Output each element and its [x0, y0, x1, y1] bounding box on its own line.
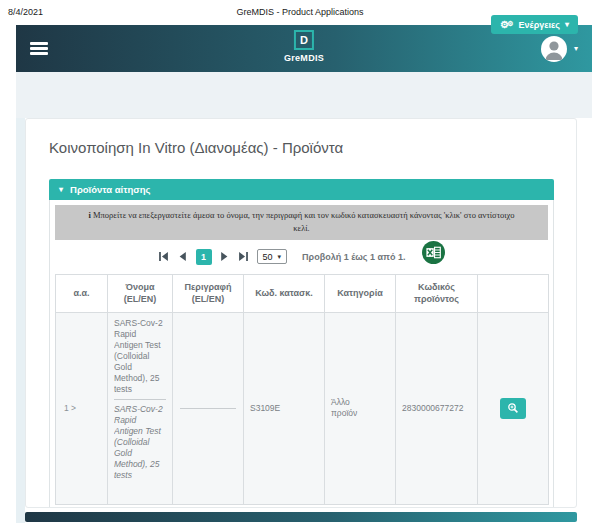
col-header-name: Όνομα (EL/EN) [108, 274, 173, 312]
app-footer-bar [25, 512, 577, 522]
row-index-cell[interactable]: 1 > [56, 312, 108, 504]
next-page-button[interactable] [219, 251, 231, 263]
page-size-value: 50 [263, 252, 273, 262]
select-chevron-down-icon: ▾ [278, 253, 282, 261]
col-header-index: α.α. [56, 274, 108, 312]
name-el-text: SARS-Cov-2 Rapid Antigen Test (Colloidal… [114, 318, 166, 395]
next-page-icon [219, 251, 230, 262]
user-menu-button[interactable]: ▾ [541, 36, 578, 62]
col-header-description: Περιγραφή (EL/EN) [173, 274, 244, 312]
panel-body: i Μπορείτε να επεξεργαστείτε άμεσα το όν… [49, 200, 554, 508]
description-cell[interactable] [173, 312, 244, 504]
col-header-actions [478, 274, 549, 312]
first-page-button[interactable] [158, 251, 170, 263]
excel-icon [422, 241, 445, 264]
row-actions-cell [478, 312, 549, 504]
actions-label: Ενέργειες [519, 20, 560, 30]
info-text: Μπορείτε να επεξεργαστείτε άμεσα το όνομ… [93, 210, 514, 233]
table-row: 1 > SARS-Cov-2 Rapid Antigen Test (Collo… [56, 312, 549, 504]
name-en-text: SARS-Cov-2 Rapid Antigen Test (Colloidal… [114, 404, 166, 481]
panel-title: Προϊόντα αίτησης [70, 184, 151, 195]
person-icon [541, 36, 567, 62]
actions-button[interactable]: ⚙⚙ Ενέργειες ▾ [491, 15, 578, 34]
view-product-button[interactable] [500, 398, 526, 419]
previous-page-button[interactable] [177, 251, 189, 263]
last-page-icon [238, 251, 249, 262]
page-title: Κοινοποίηση In Vitro (Διανομέας) - Προϊό… [49, 139, 576, 156]
user-avatar [541, 36, 567, 62]
zoom-in-icon [507, 402, 519, 414]
page-size-select[interactable]: 50 ▾ [257, 249, 288, 264]
el-en-divider [180, 408, 236, 409]
user-menu-chevron-icon: ▾ [574, 44, 578, 53]
actions-chevron-down-icon: ▾ [565, 20, 569, 29]
manufacturer-code-cell[interactable]: S3109E [244, 312, 325, 504]
el-en-divider [114, 399, 166, 400]
previous-page-icon [177, 251, 188, 262]
first-page-icon [158, 251, 169, 262]
app-name: GreMDIS [284, 53, 324, 63]
col-header-category: Κατηγορία [325, 274, 396, 312]
products-table: α.α. Όνομα (EL/EN) Περιγραφή (EL/EN) Κωδ… [55, 274, 549, 505]
panel-header-toggle[interactable]: ▾ Προϊόντα αίτησης [49, 179, 554, 200]
export-excel-button[interactable] [422, 241, 445, 264]
products-panel: ▾ Προϊόντα αίτησης i Μπορείτε να επεξεργ… [49, 179, 554, 508]
gears-icon: ⚙⚙ [500, 20, 513, 30]
product-code-cell: 2830000677272 [396, 312, 478, 504]
col-header-product-code: Κωδικός προϊόντος [396, 274, 478, 312]
hamburger-menu-icon[interactable] [30, 42, 48, 55]
last-page-button[interactable] [238, 251, 250, 263]
name-cell[interactable]: SARS-Cov-2 Rapid Antigen Test (Colloidal… [108, 312, 173, 504]
category-text: Άλλο προϊόν [331, 397, 369, 419]
chevron-down-icon: ▾ [59, 185, 63, 194]
logo-letter: D [294, 30, 314, 50]
category-cell: Άλλο προϊόν [325, 312, 396, 504]
table-header-row: α.α. Όνομα (EL/EN) Περιγραφή (EL/EN) Κωδ… [56, 274, 549, 312]
left-margin-strip [16, 118, 25, 523]
pagination-summary: Προβολή 1 έως 1 από 1. [302, 252, 405, 262]
info-icon: i [89, 210, 91, 220]
col-header-manufacturer-code: Κωδ. κατασκ. [244, 274, 325, 312]
info-message: i Μπορείτε να επεξεργαστείτε άμεσα το όν… [55, 205, 548, 240]
current-page-button[interactable]: 1 [196, 249, 212, 265]
app-logo[interactable]: D GreMDIS [284, 30, 324, 63]
pagination-bar: 1 50 ▾ Προβολή 1 έως 1 από 1. [55, 240, 548, 274]
toolbar-band [16, 72, 592, 118]
content-card: Κοινοποίηση In Vitro (Διανομέας) - Προϊό… [25, 118, 577, 508]
